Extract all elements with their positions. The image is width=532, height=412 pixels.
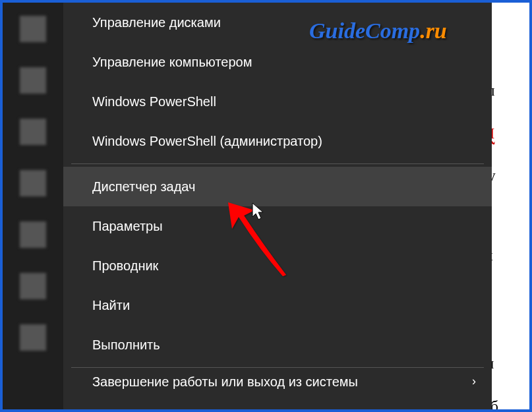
taskbar-app-icon[interactable] (20, 273, 46, 299)
menu-separator (71, 367, 484, 368)
menu-item-label: Найти (92, 298, 130, 313)
taskbar-app-icon[interactable] (20, 170, 46, 196)
menu-item-explorer[interactable]: Проводник (63, 246, 492, 285)
watermark: GuideComp.ru (309, 18, 447, 44)
chevron-right-icon: › (472, 374, 476, 388)
menu-item-label: Проводник (92, 258, 158, 274)
menu-item-label: Управление дисками (92, 15, 221, 30)
menu-item-label: Диспетчер задач (92, 179, 195, 194)
winx-context-menu: Управление дисками Управление компьютеро… (63, 3, 492, 409)
taskbar-app-icon[interactable] (20, 67, 46, 94)
menu-item-search[interactable]: Найти (63, 285, 492, 325)
menu-item-task-manager[interactable]: Диспетчер задач (63, 167, 492, 206)
menu-item-label: Выполнить (92, 338, 160, 353)
menu-item-label: Параметры (92, 219, 163, 234)
watermark-part: GuideComp (309, 18, 420, 43)
menu-item-run[interactable]: Выполнить (63, 325, 492, 365)
menu-separator (71, 163, 484, 164)
menu-item-powershell[interactable]: Windows PowerShell (63, 82, 492, 121)
taskbar-app-icon[interactable] (20, 221, 46, 248)
menu-item-powershell-admin[interactable]: Windows PowerShell (администратор) (63, 121, 492, 161)
menu-item-computer-management[interactable]: Управление компьютером (63, 42, 492, 82)
menu-item-label: Windows PowerShell (92, 94, 216, 109)
menu-item-label: Windows PowerShell (администратор) (92, 134, 322, 149)
menu-item-settings[interactable]: Параметры (63, 206, 492, 246)
menu-item-shutdown[interactable]: Завершение работы или выход из системы › (63, 370, 492, 397)
menu-item-label: Управление компьютером (92, 55, 252, 70)
menu-item-label: Завершение работы или выход из системы (92, 374, 358, 390)
taskbar (3, 3, 63, 409)
watermark-part: .ru (420, 18, 447, 43)
taskbar-app-icon[interactable] (20, 324, 46, 351)
taskbar-app-icon[interactable] (20, 119, 46, 145)
taskbar-app-icon[interactable] (20, 16, 46, 42)
